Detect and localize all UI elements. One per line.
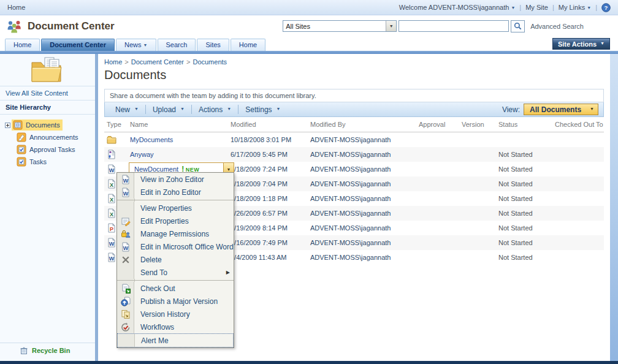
column-header-checked-out-to[interactable]: Checked Out To	[551, 121, 604, 128]
column-header-name[interactable]: Name	[126, 121, 227, 128]
advanced-search-link[interactable]: Advanced Search	[530, 23, 584, 30]
help-icon[interactable]: ?	[601, 3, 611, 12]
tab-document-center-1[interactable]: Document Center	[41, 39, 115, 51]
search-input[interactable]	[399, 20, 509, 32]
menu-item-publish-a-major-version[interactable]: Publish a Major Version	[117, 295, 234, 308]
select-arrow-icon[interactable]: ▼	[386, 21, 396, 31]
view-label: View:	[502, 105, 520, 114]
document-context-menu: W View in Zoho Editor W Edit in Zoho Edi…	[116, 172, 234, 348]
welcome-menu[interactable]: Welcome ADVENT-MOSS\jagannath ▼	[399, 4, 516, 11]
sidebar-item-documents[interactable]: Documents	[2, 119, 93, 131]
folder-icon	[107, 135, 116, 144]
status-cell: Not Started	[495, 195, 551, 202]
breadcrumb-documents[interactable]: Documents	[193, 58, 227, 66]
menu-icon-gutter	[117, 266, 134, 279]
word-icon: W	[107, 164, 116, 174]
site-logo-people-icon	[6, 19, 23, 34]
svg-text:?: ?	[605, 4, 608, 11]
svg-text:X: X	[110, 182, 113, 188]
search-scope-select[interactable]: All Sites ▼	[283, 20, 397, 32]
site-actions-button[interactable]: Site Actions ▼	[552, 38, 610, 50]
toolbar-upload-menu[interactable]: Upload ▼	[147, 105, 190, 114]
view-all-site-content-link[interactable]: View All Site Content	[0, 86, 95, 100]
menu-item-send-to[interactable]: Send To ▶	[117, 266, 234, 279]
sidebar-item-announcements[interactable]: Announcements	[2, 131, 93, 143]
svg-text:P: P	[110, 226, 113, 232]
permissions-icon	[117, 227, 134, 240]
modified-cell: 6/18/2009 7:04 PM	[227, 180, 307, 188]
expand-icon[interactable]	[4, 123, 12, 128]
announcements-icon	[17, 132, 26, 142]
tab-home-0[interactable]: Home	[5, 39, 40, 51]
menu-item-alert-me[interactable]: Alert Me	[117, 333, 234, 347]
toolbar-settings-menu[interactable]: Settings ▼	[240, 105, 286, 114]
sidebar-item-approval-tasks[interactable]: Approval Tasks	[2, 143, 93, 156]
view-selector[interactable]: All Documents ▼	[524, 104, 598, 115]
generic-doc-icon	[107, 150, 116, 159]
top-navigation: HomeDocument CenterNews ▼SearchSitesHome…	[0, 37, 618, 51]
top-link-bar: Home Welcome ADVENT-MOSS\jagannath ▼ | M…	[0, 0, 618, 15]
document-link[interactable]: Anyway	[130, 151, 154, 158]
column-header-type[interactable]: Type	[104, 121, 126, 128]
breadcrumb-home[interactable]: Home	[104, 58, 122, 66]
menu-item-edit-in-microsoft-office-word[interactable]: W Edit in Microsoft Office Word	[117, 240, 234, 253]
table-row[interactable]: Anyway 6/17/2009 5:45 PM ADVENT-MOSS\jag…	[104, 147, 604, 162]
svg-text:W: W	[109, 256, 115, 262]
status-cell: Not Started	[495, 151, 551, 158]
version-history-icon	[117, 308, 134, 320]
toolbar-new-menu[interactable]: New ▼	[110, 105, 144, 114]
svg-text:X: X	[110, 211, 113, 218]
word-icon: W	[117, 240, 134, 253]
search-icon	[514, 22, 522, 30]
modified-by-cell: ADVENT-MOSS\jagannath	[307, 239, 415, 246]
table-header-row: TypeNameModifiedModified ByApprovalVersi…	[104, 117, 604, 132]
menu-icon-gutter	[118, 334, 135, 347]
submenu-arrow-icon: ▶	[226, 270, 230, 275]
menu-item-edit-in-zoho-editor[interactable]: W Edit in Zoho Editor	[117, 186, 234, 199]
modified-by-cell: ADVENT-MOSS\jagannath	[307, 151, 415, 158]
modified-cell: 6/17/2009 5:45 PM	[227, 151, 307, 158]
tab-search-3[interactable]: Search	[158, 39, 196, 51]
document-link[interactable]: MyDocuments	[130, 136, 173, 143]
search-button[interactable]	[511, 20, 525, 32]
tab-home-5[interactable]: Home	[231, 39, 265, 51]
modified-cell: 5/26/2009 6:57 PM	[227, 210, 307, 217]
chevron-down-icon: ▼	[600, 41, 605, 45]
menu-item-workflows[interactable]: Workflows	[117, 320, 234, 333]
column-header-version[interactable]: Version	[458, 121, 495, 128]
global-home-link[interactable]: Home	[7, 4, 25, 11]
site-hierarchy-heading: Site Hierarchy	[0, 100, 95, 115]
chevron-down-icon: ▼	[590, 107, 594, 111]
breadcrumb-document-center[interactable]: Document Center	[131, 58, 184, 66]
menu-item-version-history[interactable]: Version History	[117, 308, 234, 320]
word-icon: W	[107, 252, 116, 262]
column-header-status[interactable]: Status	[495, 121, 551, 128]
tab-news-2[interactable]: News ▼	[116, 39, 156, 51]
check-out-icon	[117, 282, 134, 295]
status-cell: Not Started	[495, 210, 551, 217]
document-library-large-icon	[29, 55, 67, 85]
status-cell: Not Started	[495, 165, 551, 173]
my-site-link[interactable]: My Site	[525, 4, 548, 11]
sidebar-item-tasks[interactable]: Tasks	[2, 156, 93, 168]
menu-item-view-properties[interactable]: View Properties	[117, 202, 234, 214]
my-links-menu[interactable]: My Links ▼	[559, 4, 591, 11]
menu-item-manage-permissions[interactable]: Manage Permissions	[117, 227, 234, 240]
svg-text:X: X	[110, 197, 113, 203]
chevron-down-icon: ▼	[143, 43, 148, 47]
toolbar-actions-menu[interactable]: Actions ▼	[193, 105, 237, 114]
recycle-bin-link[interactable]: Recycle Bin	[0, 343, 95, 361]
column-header-modified-by[interactable]: Modified By	[307, 121, 415, 128]
column-header-approval[interactable]: Approval	[415, 121, 458, 128]
menu-item-view-in-zoho-editor[interactable]: W View in Zoho Editor	[117, 173, 234, 186]
table-row[interactable]: MyDocuments 10/18/2008 3:01 PM ADVENT-MO…	[104, 132, 604, 147]
menu-item-check-out[interactable]: Check Out	[117, 282, 234, 295]
svg-text:W: W	[123, 245, 128, 251]
modified-cell: 6/18/2009 1:18 PM	[227, 195, 307, 202]
svg-text:W: W	[123, 177, 128, 183]
tab-sites-4[interactable]: Sites	[197, 39, 229, 51]
menu-item-edit-properties[interactable]: Edit Properties	[117, 214, 234, 227]
column-header-modified[interactable]: Modified	[227, 121, 307, 128]
menu-item-delete[interactable]: Delete	[117, 253, 234, 266]
tasks-icon	[17, 145, 26, 154]
